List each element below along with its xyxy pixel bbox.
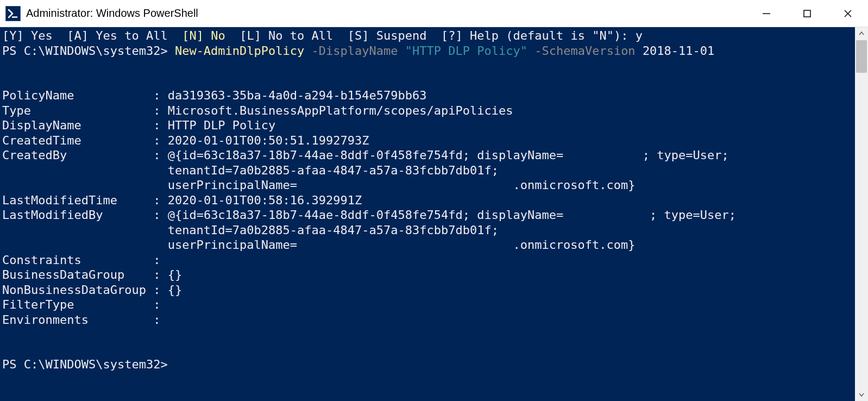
confirm-opt-all: [A] Yes to All (67, 29, 167, 42)
v-policyname: da319363-35ba-4a0d-a294-b154e579bb63 (168, 89, 427, 102)
confirm-opt-suspend: [S] Suspend (348, 29, 427, 42)
cmdlet: New-AdminDlpPolicy (175, 44, 304, 58)
arg-schemaversion: 2018-11-01 (643, 44, 714, 58)
param-displayname: -DisplayName (312, 44, 398, 58)
v-displayname: HTTP DLP Policy (168, 118, 276, 132)
window-title: Administrator: Windows PowerShell (26, 7, 746, 20)
k-createdtime: CreatedTime (2, 134, 146, 147)
k-lastmodtime: LastModifiedTime (2, 193, 146, 207)
scrollbar-track[interactable] (855, 40, 868, 388)
scrollbar-thumb[interactable] (856, 40, 867, 73)
confirm-opt-no: [N] No (182, 29, 225, 42)
v-lastmodby-3: userPrincipalName= .onmicrosoft.com} (2, 238, 636, 252)
powershell-icon (5, 6, 21, 21)
k-displayname: DisplayName (2, 118, 146, 132)
titlebar: Administrator: Windows PowerShell (0, 0, 868, 27)
k-lastmodby: LastModifiedBy (2, 208, 146, 222)
svg-rect-2 (804, 10, 810, 17)
window-controls (746, 0, 868, 27)
confirm-opt-yes: [Y] Yes (2, 29, 53, 42)
console-wrap: [Y] Yes [A] Yes to All [N] No [L] No to … (0, 27, 868, 401)
k-filtertype: FilterType (2, 298, 146, 311)
confirm-opt-help: [?] Help (default is "N"): (441, 29, 628, 42)
prompt-2: PS C:\WINDOWS\system32> (2, 358, 168, 371)
maximize-button[interactable] (787, 0, 827, 27)
k-constraints: Constraints (2, 253, 146, 267)
console-output[interactable]: [Y] Yes [A] Yes to All [N] No [L] No to … (0, 27, 855, 401)
v-lastmodtime: 2020-01-01T00:58:16.392991Z (168, 193, 362, 207)
minimize-button[interactable] (746, 0, 787, 27)
v-createdtime: 2020-01-01T00:50:51.1992793Z (168, 134, 369, 147)
v-bdg: {} (168, 268, 183, 281)
param-schemaversion: -SchemaVersion (534, 44, 635, 58)
arg-displayname: "HTTP DLP Policy" (405, 44, 527, 58)
v-lastmodby-2: tenantId=7a0b2885-afaa-4847-a57a-83fcbb7… (2, 223, 499, 237)
v-type: Microsoft.BusinessAppPlatform/scopes/api… (168, 104, 513, 117)
k-type: Type (2, 104, 146, 117)
prompt: PS C:\WINDOWS\system32> (2, 44, 168, 58)
k-environments: Environments (2, 313, 146, 327)
k-createdby: CreatedBy (2, 148, 146, 162)
v-createdby-1: @{id=63c18a37-18b7-44ae-8ddf-0f458fe754f… (168, 148, 729, 162)
v-nbdg: {} (168, 283, 183, 297)
confirm-opt-noall: [L] No to All (240, 29, 333, 42)
k-bdg: BusinessDataGroup (2, 268, 146, 281)
close-button[interactable] (827, 0, 868, 27)
v-createdby-3: userPrincipalName= .onmicrosoft.com} (2, 178, 636, 192)
scroll-up-arrow-icon[interactable] (855, 27, 868, 40)
v-lastmodby-1: @{id=63c18a37-18b7-44ae-8ddf-0f458fe754f… (168, 208, 736, 222)
confirm-answer: y (636, 29, 643, 42)
vertical-scrollbar[interactable] (855, 27, 868, 401)
k-policyname: PolicyName (2, 89, 146, 102)
k-nbdg: NonBusinessDataGroup (2, 283, 146, 297)
v-createdby-2: tenantId=7a0b2885-afaa-4847-a57a-83fcbb7… (2, 164, 499, 177)
scroll-down-arrow-icon[interactable] (855, 388, 868, 401)
